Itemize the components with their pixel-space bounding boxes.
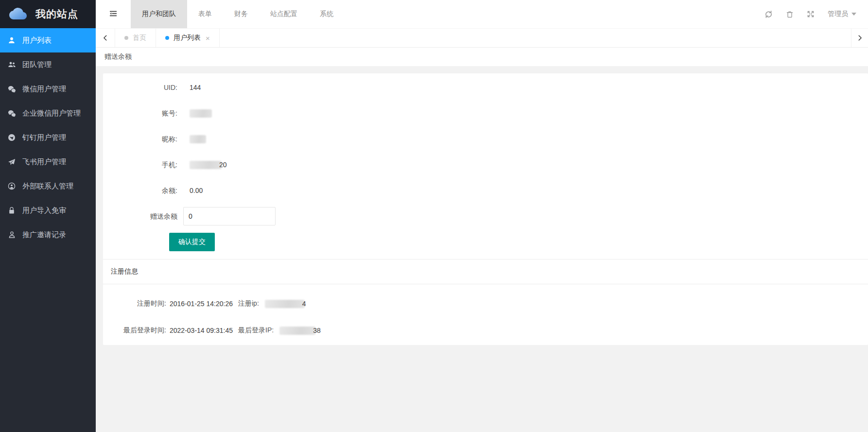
field-label: 余额: [103,181,183,200]
top-menu-finance[interactable]: 财务 [223,0,259,28]
gift-balance-input[interactable] [183,207,276,225]
tab-status-dot [165,36,169,40]
sidebar-item-wechat-users[interactable]: 微信用户管理 [0,77,96,101]
sidebar-item-team-management[interactable]: 团队管理 [0,52,96,77]
sidebar-item-feishu-users[interactable]: 飞书用户管理 [0,150,96,174]
sidebar-item-label: 用户列表 [22,36,52,45]
top-menu-label: 系统 [320,10,333,18]
gift-balance-card: UID: 144 账号: 昵称: 手机: [103,73,868,345]
field-label: 手机: [103,156,183,174]
reg-label: 最后登录时间: [103,326,166,335]
reg-value: 2016-01-25 14:20:26 [166,300,238,308]
reg-value: 38 [274,327,321,335]
sidebar-item-external-contacts[interactable]: 外部联系人管理 [0,174,96,198]
tab-user-list[interactable]: 用户列表 × [156,29,220,47]
field-label: UID: [103,78,183,97]
field-label: 赠送余额 [103,207,183,225]
main-area: 用户和团队 表单 财务 站点配置 系统 [96,0,868,432]
close-icon[interactable]: × [206,35,210,42]
content-area: UID: 144 账号: 昵称: 手机: [96,66,868,432]
sidebar-item-label: 微信用户管理 [22,85,66,94]
registration-row: 注册时间: 2016-01-25 14:20:26 注册ip: 4 [103,294,868,313]
tab-bar-spacer [220,29,851,47]
person-outline-icon [7,231,16,239]
top-menu-forms[interactable]: 表单 [187,0,223,28]
reg-value: 2022-03-14 09:31:45 [166,327,238,334]
sidebar-item-label: 推广邀请记录 [22,230,66,240]
form-row-nickname: 昵称: [103,130,868,148]
reg-label: 最后登录IP: [238,326,274,335]
top-menu-site-config[interactable]: 站点配置 [259,0,309,28]
top-header: 用户和团队 表单 财务 站点配置 系统 [96,0,868,28]
top-menu: 用户和团队 表单 财务 站点配置 系统 [131,0,345,28]
sidebar-nav: 用户列表 团队管理 微信用户管理 企业微信用户管理 [0,28,96,432]
redacted-value [279,327,315,335]
top-menu-label: 表单 [198,10,212,18]
lock-icon [7,207,16,214]
chevron-left-icon [102,35,109,41]
sidebar-item-user-list[interactable]: 用户列表 [0,28,96,52]
field-value [183,207,276,225]
field-value [183,104,212,122]
tab-home[interactable]: 首页 [115,29,156,47]
wecom-icon [7,109,16,117]
brand: 我的站点 [0,0,96,28]
trash-icon[interactable] [786,10,794,18]
tab-status-dot [124,36,128,40]
registration-section-title: 注册信息 [103,259,868,284]
registration-info: 注册时间: 2016-01-25 14:20:26 注册ip: 4 最后登录时间… [103,284,868,340]
dingtalk-icon [7,134,16,141]
redacted-value [265,300,305,308]
top-menu-label: 财务 [234,10,248,18]
field-value: 0.00 [183,181,203,200]
refresh-icon[interactable] [764,10,773,18]
sidebar-item-invite-records[interactable]: 推广邀请记录 [0,223,96,247]
fullscreen-icon[interactable] [807,10,815,18]
sidebar-item-label: 团队管理 [22,60,52,69]
tab-label: 首页 [133,34,146,42]
sidebar-item-label: 钉钉用户管理 [22,133,66,142]
site-title: 我的站点 [35,7,78,21]
top-menu-label: 站点配置 [270,10,297,18]
cloud-logo-icon [5,5,31,24]
sidebar: 我的站点 用户列表 团队管理 微信用户管理 [0,0,96,432]
field-value: 144 [183,78,201,97]
sidebar-item-wecom-users[interactable]: 企业微信用户管理 [0,101,96,125]
paper-plane-icon [7,158,16,166]
form-row-uid: UID: 144 [103,78,868,97]
top-menu-users-teams[interactable]: 用户和团队 [131,0,187,28]
visible-suffix: 20 [219,156,227,174]
user-menu[interactable]: 管理员 [828,10,856,18]
field-label: 账号: [103,104,183,122]
sidebar-item-label: 用户导入免审 [22,206,66,215]
reg-label: 注册时间: [103,299,166,308]
visible-suffix: 38 [313,327,321,334]
sidebar-item-dingtalk-users[interactable]: 钉钉用户管理 [0,125,96,150]
registration-row: 最后登录时间: 2022-03-14 09:31:45 最后登录IP: 38 [103,321,868,340]
collapse-menu-icon [109,10,118,19]
sidebar-item-user-import[interactable]: 用户导入免审 [0,198,96,223]
tab-scroll-left-button[interactable] [96,29,115,47]
top-menu-system[interactable]: 系统 [309,0,345,28]
app-root: 我的站点 用户列表 团队管理 微信用户管理 [0,0,868,432]
team-icon [7,61,16,69]
field-value [183,130,206,148]
collapse-sidebar-button[interactable] [96,0,131,28]
field-value: 20 [183,156,227,174]
form-row-account: 账号: [103,104,868,122]
top-menu-label: 用户和团队 [142,10,176,18]
submit-button[interactable]: 确认提交 [169,233,215,251]
form-row-gift-balance: 赠送余额 [103,207,868,225]
header-actions: 管理员 [764,0,868,28]
wechat-icon [7,85,16,93]
tab-scroll-right-button[interactable] [851,29,868,47]
page-title: 赠送余额 [104,52,132,61]
tab-label: 用户列表 [174,34,201,42]
form-row-balance: 余额: 0.00 [103,181,868,200]
sidebar-item-label: 飞书用户管理 [22,157,66,167]
reg-value: 4 [259,300,306,308]
field-label: 昵称: [103,130,183,148]
chevron-down-icon [851,13,856,16]
redacted-value [190,109,212,118]
visible-suffix: 4 [302,300,306,308]
